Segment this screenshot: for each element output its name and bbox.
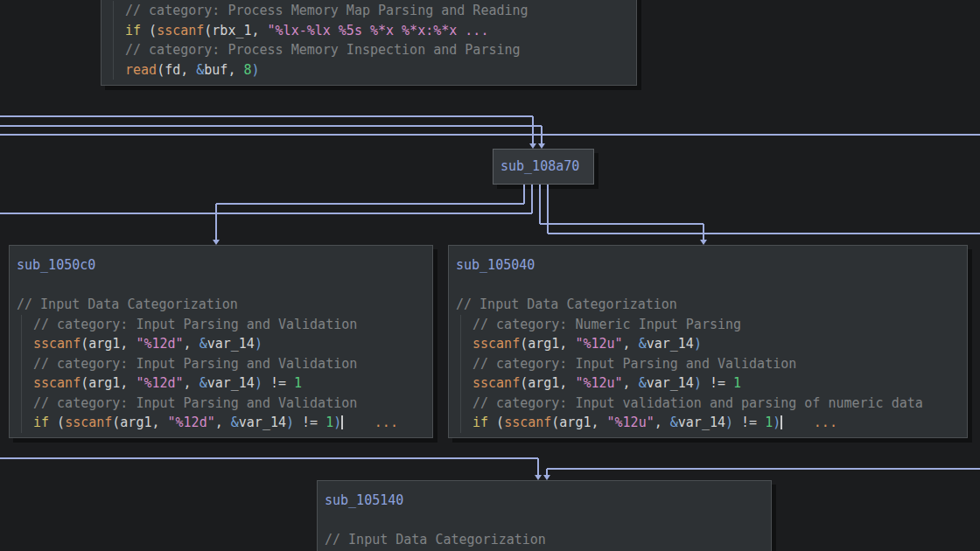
code-token bbox=[782, 415, 814, 430]
edge-arrowhead-icon bbox=[529, 143, 536, 149]
code-token: var_14 bbox=[647, 375, 694, 391]
edge-node-to-sub_1050c0-segment bbox=[215, 204, 217, 241]
code-line: // category: Input validation and parsin… bbox=[449, 394, 967, 414]
code-token: & bbox=[200, 336, 207, 352]
code-block-sub_105140[interactable]: sub_105140// Input Data Categorization bbox=[317, 480, 772, 551]
code-token: // Input Data Categorization bbox=[456, 296, 677, 312]
code-token: ) bbox=[255, 375, 262, 391]
indent-guide bbox=[21, 315, 22, 433]
code-token: // Input Data Categorization bbox=[17, 296, 238, 312]
code-line bbox=[10, 276, 432, 296]
code-token: // category: Input validation and parsin… bbox=[472, 395, 923, 411]
code-token: rbx_1, bbox=[212, 23, 267, 38]
edge-left-to-sub_105140-segment bbox=[0, 457, 538, 459]
graph-canvas[interactable]: // category: Process Memory Map Parsing … bbox=[0, 0, 980, 551]
code-token: var_14 bbox=[678, 415, 725, 430]
code-token: 1 bbox=[326, 415, 333, 430]
block-title: sub_1050c0 bbox=[17, 257, 95, 273]
code-token: sscanf bbox=[504, 415, 551, 430]
edge-passthrough-top-segment bbox=[0, 134, 980, 136]
code-token: ( bbox=[141, 23, 157, 38]
code-token: // category: Numeric Input Parsing bbox=[472, 317, 741, 332]
code-line: sscanf(arg1, "%12u", &var_14) != 1 bbox=[449, 373, 967, 394]
code-token: read bbox=[125, 62, 157, 78]
code-token: ... bbox=[374, 415, 398, 430]
edge-left-to-node-2-segment bbox=[0, 125, 542, 127]
edge-node-to-sub_1050c0-segment bbox=[523, 185, 525, 204]
code-line: // category: Input Parsing and Validatio… bbox=[449, 354, 967, 374]
code-token: ( bbox=[520, 375, 528, 391]
code-token: ( bbox=[49, 415, 65, 430]
code-token: // category: Process Memory Map Parsing … bbox=[125, 3, 528, 18]
code-token: fd, bbox=[164, 62, 196, 78]
edge-node-to-sub_1050c0-segment bbox=[216, 203, 524, 205]
code-token: sscanf bbox=[65, 415, 112, 430]
code-token: if bbox=[125, 23, 141, 38]
code-token: "%12d" bbox=[168, 415, 215, 430]
node-sub_108a70[interactable]: sub_108a70 bbox=[493, 149, 594, 185]
code-token: arg1, bbox=[88, 375, 136, 391]
code-token: ( bbox=[520, 336, 528, 352]
indent-guide bbox=[460, 315, 461, 433]
code-token: arg1, bbox=[528, 336, 575, 352]
code-line: sscanf(arg1, "%12d", &var_14) bbox=[10, 334, 432, 354]
code-token: arg1, bbox=[528, 375, 575, 391]
code-token: , bbox=[228, 62, 243, 78]
code-line: // Input Data Categorization bbox=[10, 295, 432, 315]
code-token: var_14 bbox=[207, 336, 255, 352]
edge-left-to-sub_105140-segment bbox=[537, 458, 539, 476]
edge-node-to-offscreen-left-segment bbox=[531, 185, 533, 213]
code-token: arg1, bbox=[88, 336, 136, 352]
code-block-sub_105040[interactable]: sub_105040// Input Data Categorization//… bbox=[448, 245, 968, 438]
code-line: // Input Data Categorization bbox=[449, 295, 967, 315]
code-block-truncated-top[interactable]: // category: Process Memory Map Parsing … bbox=[101, 0, 637, 86]
edge-arrowhead-icon bbox=[538, 143, 545, 149]
code-token: & bbox=[639, 336, 647, 352]
code-token: if bbox=[33, 415, 49, 430]
edge-arrowhead-icon bbox=[535, 475, 542, 480]
code-line: if (sscanf(arg1, "%12d", &var_14) != 1) … bbox=[10, 413, 432, 433]
code-token: ( bbox=[80, 375, 88, 391]
code-block-sub_1050c0[interactable]: sub_1050c0// Input Data Categorization//… bbox=[9, 245, 433, 438]
code-line: // category: Process Memory Inspection a… bbox=[102, 40, 636, 60]
code-token: & bbox=[200, 375, 207, 391]
edge-node-to-sub_105040-segment bbox=[539, 185, 541, 224]
code-line: // category: Input Parsing and Validatio… bbox=[10, 315, 432, 335]
edge-arrowhead-icon bbox=[700, 240, 707, 245]
edge-left-to-node-1-segment bbox=[0, 115, 533, 117]
code-token: 1 bbox=[765, 415, 773, 430]
code-token: & bbox=[196, 62, 204, 78]
code-line: read(fd, &buf, 8) bbox=[102, 60, 636, 80]
code-token: != bbox=[294, 415, 326, 430]
code-token: , bbox=[654, 415, 670, 430]
code-token: 8 bbox=[243, 62, 251, 78]
code-token: & bbox=[231, 415, 239, 430]
code-token: sscanf bbox=[472, 336, 520, 352]
code-token: ( bbox=[112, 415, 120, 430]
code-token: ) bbox=[773, 415, 780, 430]
code-token: "%12u" bbox=[575, 375, 622, 391]
code-token: arg1, bbox=[559, 415, 606, 430]
code-token: "%12d" bbox=[136, 375, 183, 391]
code-token: ( bbox=[204, 23, 212, 38]
block-title: sub_105140 bbox=[325, 492, 403, 508]
code-token: var_14 bbox=[239, 415, 286, 430]
code-token: , bbox=[184, 375, 200, 391]
code-token: ) bbox=[286, 415, 294, 430]
indent-guide bbox=[113, 1, 114, 80]
code-line bbox=[318, 511, 771, 531]
code-token: if bbox=[472, 415, 488, 430]
code-token bbox=[343, 415, 374, 430]
code-token: , bbox=[215, 415, 231, 430]
code-token: & bbox=[639, 375, 647, 391]
code-token: // Input Data Categorization bbox=[325, 532, 546, 548]
code-line: // category: Process Memory Map Parsing … bbox=[102, 1, 636, 21]
code-token: // category: Input Parsing and Validatio… bbox=[472, 356, 796, 372]
code-token: "%12u" bbox=[607, 415, 654, 430]
code-token: // category: Input Parsing and Validatio… bbox=[33, 395, 357, 411]
code-token: ( bbox=[157, 62, 164, 78]
block-title-line: sub_1050c0 bbox=[10, 255, 432, 276]
code-token: var_14 bbox=[207, 375, 255, 391]
code-line: // Input Data Categorization bbox=[318, 530, 771, 550]
block-title-line: sub_105140 bbox=[318, 491, 771, 511]
